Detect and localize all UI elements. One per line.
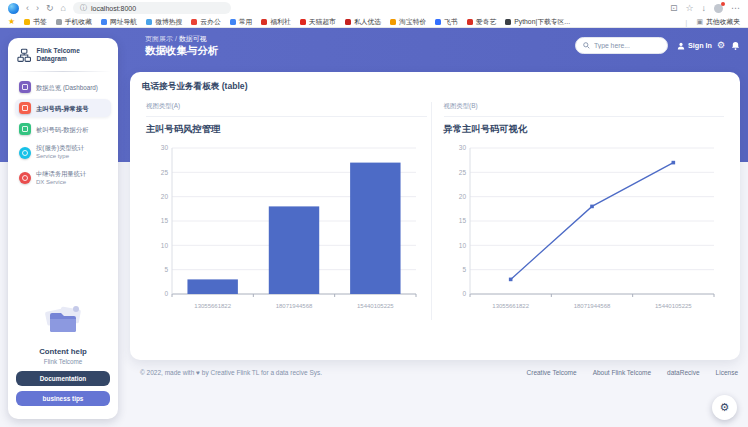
sidebar-item-caller-abnormal[interactable]: 主叫号码-异常接号 [15, 99, 111, 117]
downloads-icon[interactable]: ↓ [702, 4, 707, 13]
bookmark-item[interactable]: 天猫超市 [300, 17, 336, 27]
footer-link[interactable]: About Flink Telcome [593, 369, 651, 376]
bookmark-label: 常用 [239, 17, 253, 27]
notifications-bell-icon[interactable] [731, 41, 740, 50]
reading-mode-icon[interactable]: ⊡ [670, 4, 678, 13]
bookmark-label: 淘宝特价 [399, 17, 426, 27]
footer-links: Creative Telcome About Flink Telcome dat… [527, 369, 738, 376]
search-input[interactable] [594, 42, 658, 49]
bookmark-label: 福利社 [270, 17, 290, 27]
folder-illustration [40, 301, 86, 339]
bookmark-item[interactable]: 常用 [230, 17, 253, 27]
documentation-button[interactable]: Documentation [16, 371, 110, 386]
sidebar-item-label: 按(服务)类型统计 Service type [36, 144, 84, 160]
bookmark-item[interactable]: Python|下载专区... [505, 17, 570, 27]
footer-link[interactable]: License [716, 369, 738, 376]
bookmark-label: 手机收藏 [65, 17, 92, 27]
address-bar[interactable]: ⓘ localhost:8000 [73, 2, 231, 14]
bookmark-item[interactable]: 私人优选 [345, 17, 381, 27]
search-box[interactable] [575, 37, 668, 54]
breadcrumb-current: 数据可视 [179, 35, 207, 42]
svg-text:18071944568: 18071944568 [276, 303, 313, 309]
bookmark-label: 爱奇艺 [476, 17, 496, 27]
bookmark-label: 天猫超市 [309, 17, 336, 27]
bookmark-favicon [24, 19, 30, 25]
search-icon [583, 42, 590, 49]
chart-section-a: 视图类型(A) 主叫号码风控管理 05101520253013055661822… [142, 102, 431, 320]
bookmark-item[interactable]: 云办公 [191, 17, 220, 27]
browser-profile-avatar[interactable] [714, 4, 723, 13]
svg-text:20: 20 [161, 193, 169, 200]
forward-icon[interactable]: › [36, 4, 39, 13]
bookmark-favicon [101, 19, 107, 25]
bookmark-favicon [435, 19, 441, 25]
sidebar-item-label: 被叫号码-数据分析 [36, 126, 88, 134]
svg-text:15440105225: 15440105225 [654, 303, 691, 309]
other-bookmarks-button[interactable]: ▣ 其他收藏夹 [696, 17, 740, 27]
sidebar-item-label: 主叫号码-异常接号 [36, 105, 88, 113]
gear-icon: ⚙ [720, 402, 730, 413]
footer-link[interactable]: dataRecive [667, 369, 700, 376]
sidebar: Flink Telcome Datagram 数据总览 (Dashboard) … [8, 38, 118, 419]
bookmark-this-icon[interactable]: ☆ [685, 4, 693, 13]
svg-text:5: 5 [164, 266, 168, 273]
bookmark-item[interactable]: 淘宝特价 [390, 17, 426, 27]
site-info-icon[interactable]: ⓘ [80, 3, 87, 13]
sidebar-item-callee-analysis[interactable]: 被叫号码-数据分析 [15, 120, 111, 138]
help-card: Content help Flink Telcome Documentation… [15, 297, 111, 411]
page-title: 数据收集与分析 [145, 44, 219, 58]
sidebar-item-sublabel: DX Service [36, 179, 66, 185]
brand[interactable]: Flink Telcome Datagram [15, 47, 111, 63]
bookmark-label: 网址导航 [110, 17, 137, 27]
bar-chart-title: 主叫号码风控管理 [146, 123, 427, 136]
dashboard-icon [19, 81, 31, 93]
bar-chart: 0510152025301305566182218071944568154401… [146, 140, 427, 320]
settings-fab-button[interactable]: ⚙ [712, 395, 737, 420]
chart-section-b: 视图类型(B) 异常主叫号码可视化 0510152025301305566182… [431, 102, 729, 320]
bookmarks-star-icon[interactable]: ★ [8, 18, 15, 26]
section-divider [444, 116, 725, 117]
footer-link[interactable]: Creative Telcome [527, 369, 577, 376]
help-subtitle: Flink Telcome [16, 358, 110, 365]
home-icon[interactable]: ⌂ [61, 4, 66, 13]
business-tips-button[interactable]: business tips [16, 391, 110, 406]
refresh-icon[interactable]: ↻ [46, 4, 54, 13]
bookmark-favicon [467, 19, 473, 25]
svg-text:18071944568: 18071944568 [573, 303, 610, 309]
bookmark-label: 书签 [33, 17, 47, 27]
bookmark-favicon [146, 19, 152, 25]
svg-text:25: 25 [458, 169, 466, 176]
svg-text:13055661822: 13055661822 [492, 303, 529, 309]
svg-text:0: 0 [164, 290, 168, 297]
report-card: 电话接号业务看板表 (table) 视图类型(A) 主叫号码风控管理 05101… [130, 72, 740, 360]
bookmark-item[interactable]: 书签 [24, 17, 47, 27]
sidebar-item-dx-service[interactable]: 中继话务用量统计 DX Service [15, 167, 111, 189]
section-divider [146, 116, 427, 117]
browser-menu-icon[interactable]: ⋯ [731, 4, 740, 13]
back-icon[interactable]: ‹ [26, 4, 29, 13]
svg-text:10: 10 [458, 242, 466, 249]
svg-text:5: 5 [462, 266, 466, 273]
bookmark-favicon [191, 19, 197, 25]
bookmark-item[interactable]: 手机收藏 [56, 17, 92, 27]
svg-text:10: 10 [161, 242, 169, 249]
caller-abnormal-icon [19, 102, 31, 114]
bookmark-item[interactable]: 微博热搜 [146, 17, 182, 27]
sign-in-button[interactable]: Sign In [677, 41, 712, 50]
section-b-label: 视图类型(B) [444, 102, 725, 111]
breadcrumb-root[interactable]: 页面展示 [145, 35, 173, 42]
bookmark-item[interactable]: 爱奇艺 [467, 17, 496, 27]
sidebar-item-dashboard[interactable]: 数据总览 (Dashboard) [15, 78, 111, 96]
settings-gear-icon[interactable]: ⚙ [717, 40, 725, 50]
bookmark-item[interactable]: 网址导航 [101, 17, 137, 27]
bookmark-item[interactable]: 福利社 [261, 17, 290, 27]
bookmark-favicon [505, 19, 511, 25]
sidebar-item-service-type[interactable]: 按(服务)类型统计 Service type [15, 141, 111, 163]
svg-text:0: 0 [462, 290, 466, 297]
bookmarks-bar: ★ 书签 手机收藏 网址导航 [0, 16, 748, 28]
bookmark-item[interactable]: 飞书 [435, 17, 458, 27]
sidebar-item-label: 数据总览 (Dashboard) [36, 84, 98, 92]
bookmark-favicon [345, 19, 351, 25]
bookmark-label: 私人优选 [354, 17, 381, 27]
bookmark-label: 微博热搜 [155, 17, 182, 27]
